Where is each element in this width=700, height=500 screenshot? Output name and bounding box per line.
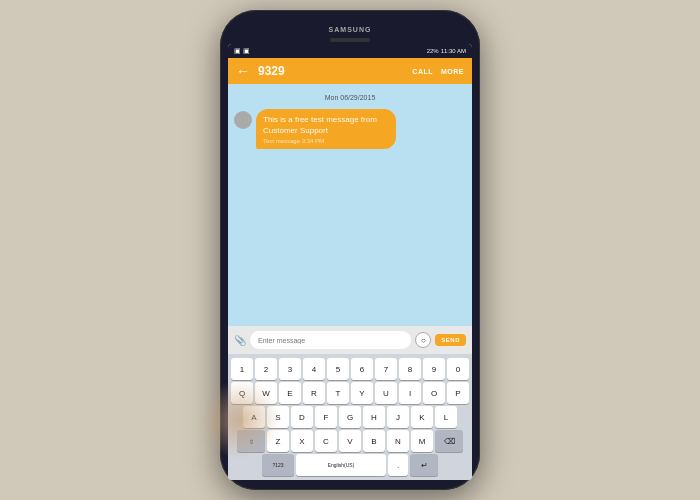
keyboard-row-asdf: A S D F G H J K L <box>230 406 470 428</box>
key-o[interactable]: O <box>423 382 445 404</box>
keyboard-row-zxcv: ⇧ Z X C V B N M ⌫ <box>230 430 470 452</box>
emoji-button[interactable]: ○ <box>415 332 431 348</box>
key-4[interactable]: 4 <box>303 358 325 380</box>
key-5[interactable]: 5 <box>327 358 349 380</box>
notification-icons: ▣ ▣ <box>234 47 250 55</box>
backspace-key[interactable]: ⌫ <box>435 430 463 452</box>
phone-speaker <box>330 38 370 42</box>
key-2[interactable]: 2 <box>255 358 277 380</box>
key-w[interactable]: W <box>255 382 277 404</box>
key-3[interactable]: 3 <box>279 358 301 380</box>
key-g[interactable]: G <box>339 406 361 428</box>
keyboard-row-bottom: ?123 English(US) . ↵ <box>230 454 470 476</box>
status-left: ▣ ▣ <box>234 47 250 55</box>
message-row: This is a free test message from Custome… <box>234 109 466 149</box>
attach-icon[interactable]: 📎 <box>234 335 246 346</box>
message-bubble: This is a free test message from Custome… <box>256 109 396 149</box>
message-input[interactable] <box>250 331 411 349</box>
key-u[interactable]: U <box>375 382 397 404</box>
back-button[interactable]: ← <box>236 63 250 79</box>
key-0[interactable]: 0 <box>447 358 469 380</box>
key-6[interactable]: 6 <box>351 358 373 380</box>
date-label: Mon 06/29/2015 <box>325 94 376 101</box>
key-l[interactable]: L <box>435 406 457 428</box>
key-r[interactable]: R <box>303 382 325 404</box>
space-key[interactable]: English(US) <box>296 454 386 476</box>
phone-screen: ▣ ▣ 22% 11:30 AM ← 9329 CALL MORE Mon 06… <box>228 44 472 480</box>
key-q[interactable]: Q <box>231 382 253 404</box>
key-d[interactable]: D <box>291 406 313 428</box>
avatar <box>234 111 252 129</box>
key-8[interactable]: 8 <box>399 358 421 380</box>
key-p[interactable]: P <box>447 382 469 404</box>
status-right: 22% 11:30 AM <box>427 48 466 54</box>
chat-area: Mon 06/29/2015 This is a free test messa… <box>228 84 472 326</box>
input-area: 📎 ○ SEND <box>228 326 472 354</box>
key-c[interactable]: C <box>315 430 337 452</box>
key-i[interactable]: I <box>399 382 421 404</box>
key-v[interactable]: V <box>339 430 361 452</box>
shift-key[interactable]: ⇧ <box>237 430 265 452</box>
phone-top-bar: SAMSUNG <box>228 20 472 38</box>
action-bar: ← 9329 CALL MORE <box>228 58 472 84</box>
period-key[interactable]: . <box>388 454 408 476</box>
key-j[interactable]: J <box>387 406 409 428</box>
message-text: This is a free test message from Custome… <box>263 114 389 136</box>
battery-level: 22% <box>427 48 439 54</box>
enter-key[interactable]: ↵ <box>410 454 438 476</box>
key-a[interactable]: A <box>243 406 265 428</box>
clock: 11:30 AM <box>441 48 466 54</box>
status-bar: ▣ ▣ 22% 11:30 AM <box>228 44 472 58</box>
key-1[interactable]: 1 <box>231 358 253 380</box>
key-n[interactable]: N <box>387 430 409 452</box>
more-button[interactable]: MORE <box>441 68 464 75</box>
contact-name: 9329 <box>258 64 412 78</box>
key-7[interactable]: 7 <box>375 358 397 380</box>
phone: SAMSUNG ▣ ▣ 22% 11:30 AM ← 9329 CALL MOR… <box>220 10 480 490</box>
key-e[interactable]: E <box>279 382 301 404</box>
key-s[interactable]: S <box>267 406 289 428</box>
key-t[interactable]: T <box>327 382 349 404</box>
key-b[interactable]: B <box>363 430 385 452</box>
key-y[interactable]: Y <box>351 382 373 404</box>
key-z[interactable]: Z <box>267 430 289 452</box>
action-buttons: CALL MORE <box>412 68 464 75</box>
key-k[interactable]: K <box>411 406 433 428</box>
keyboard-row-numbers: 1 2 3 4 5 6 7 8 9 0 <box>230 358 470 380</box>
key-f[interactable]: F <box>315 406 337 428</box>
key-h[interactable]: H <box>363 406 385 428</box>
send-button[interactable]: SEND <box>435 334 466 346</box>
call-button[interactable]: CALL <box>412 68 433 75</box>
samsung-logo: SAMSUNG <box>329 26 372 33</box>
key-m[interactable]: M <box>411 430 433 452</box>
key-x[interactable]: X <box>291 430 313 452</box>
symbols-key[interactable]: ?123 <box>262 454 294 476</box>
keyboard-row-qwerty: Q W E R T Y U I O P <box>230 382 470 404</box>
message-time: Text message 3:34 PM <box>263 138 389 144</box>
keyboard: 1 2 3 4 5 6 7 8 9 0 Q W E R T Y U I <box>228 354 472 480</box>
key-9[interactable]: 9 <box>423 358 445 380</box>
